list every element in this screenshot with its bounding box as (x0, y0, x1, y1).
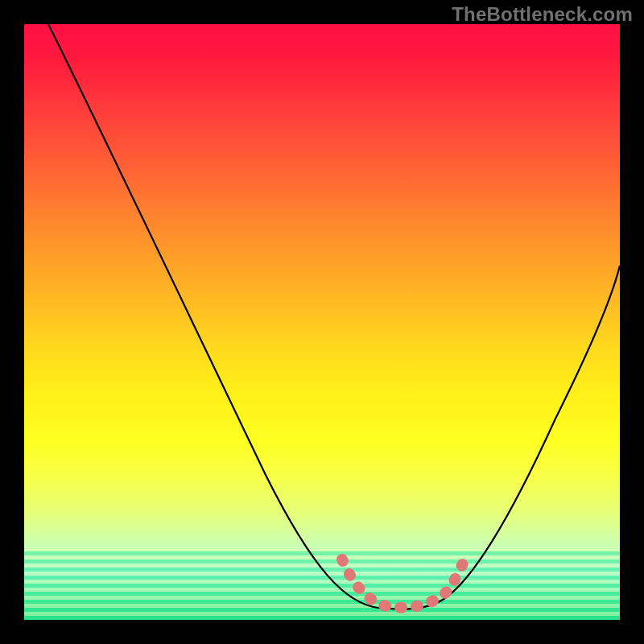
plot-area (24, 24, 620, 620)
chart-frame: TheBottleneck.com (0, 0, 644, 644)
bottleneck-curve (48, 24, 620, 609)
trough-marker (342, 559, 463, 608)
curve-layer (24, 24, 620, 620)
watermark-text: TheBottleneck.com (452, 3, 633, 26)
